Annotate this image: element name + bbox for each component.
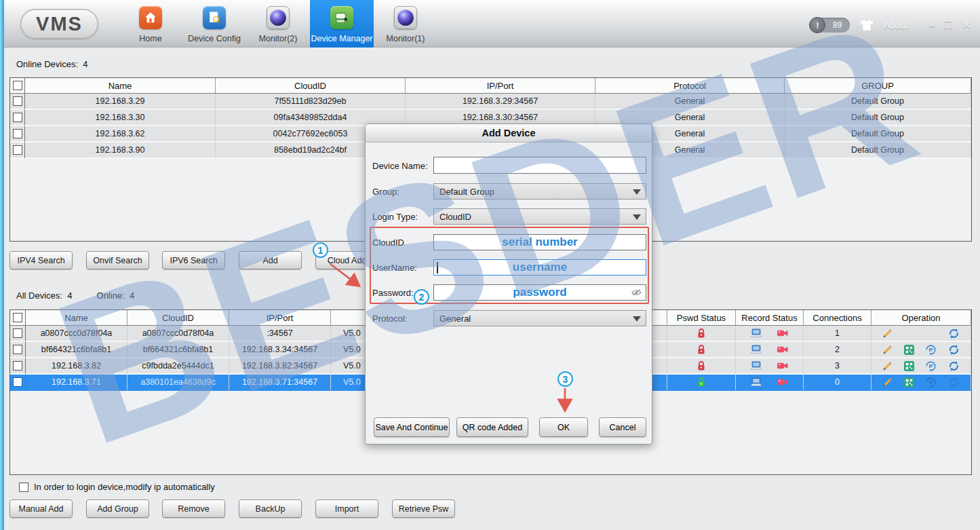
cloudid-label: CloudID bbox=[372, 238, 404, 248]
tab-home[interactable]: Home bbox=[119, 0, 182, 48]
pencil-icon[interactable] bbox=[882, 345, 893, 355]
column-header: Name bbox=[25, 78, 216, 94]
cloudid-input[interactable]: serial number bbox=[433, 234, 646, 250]
minimize-button[interactable]: – bbox=[930, 19, 935, 31]
row-checkbox[interactable] bbox=[13, 113, 22, 122]
ip-modify-icon[interactable]: IP bbox=[925, 377, 937, 388]
device-ipport: 192.168.3.34:34567 bbox=[229, 342, 331, 358]
select-all-checkbox-cell[interactable] bbox=[10, 78, 25, 94]
device-name-input[interactable] bbox=[433, 157, 646, 174]
retrieve-psw-button[interactable]: Retrieve Psw bbox=[392, 499, 455, 518]
pencil-icon[interactable] bbox=[882, 361, 893, 371]
notification-badge[interactable]: ! 89 bbox=[810, 18, 850, 33]
device-group: Default Group bbox=[785, 94, 971, 110]
row-checkbox[interactable] bbox=[13, 377, 22, 387]
device-group: Default Group bbox=[785, 126, 971, 143]
refresh-icon[interactable] bbox=[948, 328, 960, 339]
ip-modify-icon[interactable]: IP bbox=[925, 344, 937, 356]
row-checkbox[interactable] bbox=[13, 328, 22, 338]
select-all-checkbox-cell[interactable] bbox=[10, 310, 26, 326]
refresh-icon[interactable] bbox=[948, 360, 960, 372]
monitor-record-icon bbox=[750, 328, 762, 338]
camera-record-icon bbox=[777, 345, 789, 354]
onvif-search-button[interactable]: Onvif Search bbox=[86, 251, 149, 269]
backup-button[interactable]: BackUp bbox=[239, 499, 302, 518]
row-checkbox[interactable] bbox=[13, 129, 22, 138]
row-checkbox[interactable] bbox=[13, 96, 22, 106]
remove-button[interactable]: Remove bbox=[162, 499, 225, 518]
chevron-down-icon bbox=[633, 214, 641, 220]
row-checkbox-cell[interactable] bbox=[10, 326, 26, 342]
device-cloudid: bf664321c6bfa8b1 bbox=[128, 342, 229, 358]
ipv4-search-button[interactable]: IPV4 Search bbox=[9, 251, 73, 269]
close-button[interactable]: ✕ bbox=[962, 19, 971, 31]
select-all-checkbox[interactable] bbox=[13, 81, 22, 90]
protocol-dropdown[interactable]: General bbox=[433, 310, 646, 326]
connections-count: 0 bbox=[804, 375, 871, 391]
tab-monitor-1[interactable]: Monitor(1) bbox=[374, 0, 437, 48]
monitor-record-icon bbox=[750, 377, 762, 387]
pencil-icon[interactable] bbox=[882, 377, 893, 387]
operation-cell: IP bbox=[871, 358, 971, 375]
camera-record-icon bbox=[777, 362, 789, 370]
row-checkbox[interactable] bbox=[13, 345, 22, 354]
device-config-icon bbox=[203, 6, 226, 29]
qr-code-added-button[interactable]: QR code Added bbox=[456, 417, 528, 437]
manual-add-button[interactable]: Manual Add bbox=[9, 499, 73, 518]
refresh-icon[interactable] bbox=[948, 344, 960, 356]
tab-device-manager[interactable]: Device Manager bbox=[310, 0, 374, 48]
eye-slash-icon[interactable] bbox=[631, 288, 642, 299]
qr-code-icon[interactable] bbox=[904, 345, 914, 355]
row-checkbox-cell[interactable] bbox=[10, 375, 26, 391]
protocol-value: General bbox=[439, 314, 471, 324]
about-button[interactable]: About bbox=[884, 20, 907, 31]
device-ipport: 192.168.3.82:34567 bbox=[229, 358, 331, 375]
device-name: bf664321c6bfa8b1 bbox=[26, 342, 128, 358]
row-checkbox[interactable] bbox=[13, 145, 22, 155]
row-checkbox-cell[interactable] bbox=[10, 342, 26, 358]
dialog-title: Add Device bbox=[366, 124, 652, 143]
add-button[interactable]: Add bbox=[239, 251, 302, 269]
tshirt-icon[interactable] bbox=[859, 19, 874, 31]
import-button[interactable]: Import bbox=[315, 499, 378, 518]
pencil-icon[interactable] bbox=[882, 328, 893, 339]
connections-count: 3 bbox=[804, 358, 871, 375]
group-dropdown[interactable]: Default Group bbox=[433, 183, 646, 200]
password-input[interactable]: password bbox=[433, 284, 646, 301]
tab-monitor-2[interactable]: Monitor(2) bbox=[246, 0, 310, 48]
operation-cell bbox=[871, 326, 971, 342]
camera-record-icon bbox=[777, 378, 789, 386]
row-checkbox-cell[interactable] bbox=[10, 110, 25, 126]
row-checkbox-cell[interactable] bbox=[10, 358, 26, 375]
row-checkbox-cell[interactable] bbox=[10, 94, 25, 110]
password-hint-text: password bbox=[434, 285, 646, 300]
login-type-dropdown[interactable]: CloudID bbox=[433, 208, 646, 225]
add-group-button[interactable]: Add Group bbox=[86, 499, 149, 518]
tab-label: Home bbox=[139, 34, 161, 43]
device-group: Default Group bbox=[785, 110, 971, 126]
device-cloudid: a380101ea4638d9c bbox=[128, 375, 229, 391]
column-header: IP/Port bbox=[229, 310, 331, 326]
login-type-value: CloudID bbox=[439, 212, 471, 222]
auto-modify-ip-option[interactable]: In order to login device,modify ip autom… bbox=[19, 482, 215, 492]
qr-code-icon[interactable] bbox=[904, 361, 914, 371]
row-checkbox-cell[interactable] bbox=[10, 143, 25, 159]
username-input[interactable]: username bbox=[433, 259, 646, 276]
device-ipport: 192.168.3.29:34567 bbox=[406, 94, 595, 110]
ip-modify-icon[interactable]: IP bbox=[925, 360, 937, 372]
tab-device-config[interactable]: Device Config bbox=[182, 0, 246, 48]
ipv6-search-button[interactable]: IPV6 Search bbox=[162, 251, 225, 269]
qr-code-icon[interactable] bbox=[904, 377, 914, 387]
auto-modify-ip-checkbox[interactable] bbox=[19, 482, 28, 492]
save-and-continue-button[interactable]: Save And Continue bbox=[374, 417, 450, 437]
column-header: CloudID bbox=[216, 78, 406, 94]
username-label: UserName: bbox=[372, 263, 417, 273]
maximize-button[interactable]: ❐ bbox=[944, 19, 953, 31]
refresh-icon[interactable] bbox=[948, 377, 960, 388]
row-checkbox-cell[interactable] bbox=[10, 126, 25, 143]
cancel-button[interactable]: Cancel bbox=[599, 417, 646, 437]
row-checkbox[interactable] bbox=[13, 361, 22, 371]
svg-text:IP: IP bbox=[929, 347, 934, 352]
select-all-checkbox[interactable] bbox=[13, 313, 22, 322]
ok-button[interactable]: OK bbox=[539, 417, 588, 437]
